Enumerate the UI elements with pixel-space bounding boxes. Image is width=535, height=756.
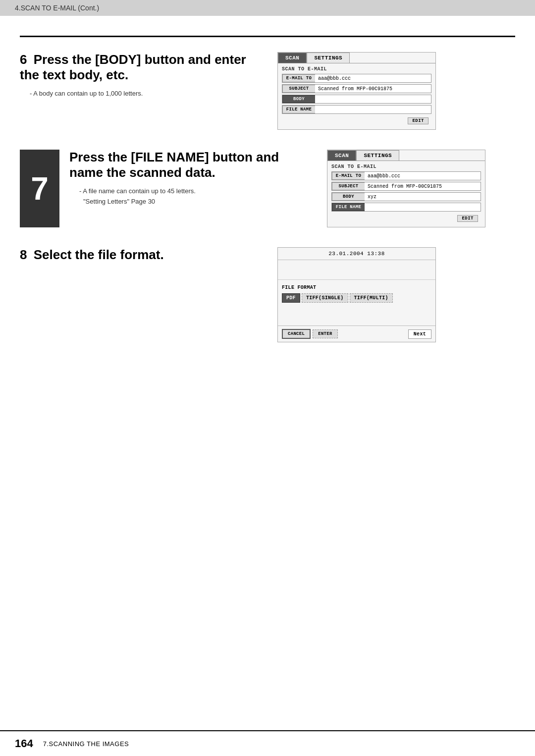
step7-bullet1: A file name can contain up to 45 letters… (79, 186, 307, 197)
step6-val-email: aaa@bbb.ccc (315, 74, 431, 82)
step8-cancel-button[interactable]: CANCEL (282, 329, 311, 339)
step6-edit-button[interactable]: EDIT (408, 117, 428, 124)
step7-key-email: E-MAIL TO (332, 172, 365, 180)
step7-edit-button[interactable]: EDIT (457, 215, 478, 222)
step7-screen-tabs: SCAN SETTINGS (327, 150, 485, 161)
step6-row-email: E-MAIL TO aaa@bbb.ccc (282, 74, 431, 83)
step8-heading-text: Select the file format. (34, 247, 164, 262)
step6-val-filename (315, 106, 431, 113)
step6-tab-settings[interactable]: SETTINGS (307, 53, 350, 63)
step8-bottom-buttons: CANCEL ENTER Next (278, 325, 435, 342)
step7-key-filename[interactable]: FILE NAME (332, 203, 365, 211)
step7-bullet2: "Setting Letters" Page 30 (83, 197, 307, 207)
format-btn-pdf[interactable]: PDF (282, 293, 300, 303)
step7-row-filename: FILE NAME (331, 203, 481, 212)
footer: 164 7.SCANNING THE IMAGES (0, 730, 535, 756)
step8-spacer (278, 316, 435, 325)
step8-format-section: FILE FORMAT PDF TIFF(SINGLE) TIFF(MULTI) (278, 280, 435, 316)
step7-val-subject: Scanned from MFP-00C91875 (365, 182, 481, 190)
step6-heading-text: Press the [BODY] button and enter the te… (20, 52, 246, 82)
step8-heading: 8 Select the file format. (20, 247, 258, 263)
step8-format-label: FILE FORMAT (282, 285, 431, 290)
step6-val-subject: Scanned from MFP-00C91875 (315, 85, 431, 93)
footer-page-number: 164 (15, 737, 33, 750)
step7-row-subject: SUBJECT Scanned from MFP-00C91875 (331, 182, 481, 191)
step8-next-button[interactable]: Next (408, 329, 431, 339)
step7-left: Press the [FILE NAME] button and name th… (69, 150, 307, 207)
step6-tab-scan[interactable]: SCAN (278, 53, 307, 63)
step6-screen: SCAN SETTINGS SCAN TO E-MAIL E-MAIL TO a… (277, 52, 436, 130)
step7-block: 7 Press the [FILE NAME] button and name … (20, 150, 515, 227)
step7-heading-text: Press the [FILE NAME] button and name th… (69, 150, 279, 180)
step6-screen-body: SCAN TO E-MAIL E-MAIL TO aaa@bbb.ccc SUB… (278, 63, 435, 129)
step6-key-body[interactable]: BODY (282, 95, 315, 103)
step6-bullet: A body can contain up to 1,000 letters. (30, 89, 258, 99)
step6-row-body: BODY (282, 95, 431, 104)
step7-val-body: xyz (365, 193, 481, 201)
top-bar-title: 4.SCAN TO E-MAIL (Cont.) (15, 4, 99, 12)
section-divider-top (20, 36, 515, 37)
step6-number: 6 (20, 52, 27, 67)
step7-val-email: aaa@bbb.ccc (365, 172, 481, 180)
step7-heading: Press the [FILE NAME] button and name th… (69, 150, 307, 180)
step7-tab-settings[interactable]: SETTINGS (356, 150, 399, 161)
step8-number: 8 (20, 247, 27, 262)
step7-screen-body: SCAN TO E-MAIL E-MAIL TO aaa@bbb.ccc SUB… (327, 161, 485, 227)
step7-content: Press the [FILE NAME] button and name th… (59, 150, 515, 227)
step6-left: 6 Press the [BODY] button and enter the … (20, 52, 258, 99)
top-bar: 4.SCAN TO E-MAIL (Cont.) (0, 0, 535, 16)
step7-row-email: E-MAIL TO aaa@bbb.ccc (331, 171, 481, 180)
step8-left: 8 Select the file format. (20, 247, 258, 269)
step6-edit-area: EDIT (282, 115, 431, 126)
step6-screen-label: SCAN TO E-MAIL (282, 66, 431, 72)
step7-tab-scan[interactable]: SCAN (327, 150, 356, 161)
step7-screen: SCAN SETTINGS SCAN TO E-MAIL E-MAIL TO a… (327, 150, 485, 227)
format-btn-tiff-multi[interactable]: TIFF(MULTI) (350, 293, 393, 303)
format-btn-tiff-single[interactable]: TIFF(SINGLE) (302, 293, 348, 303)
main-content: 6 Press the [BODY] button and enter the … (0, 16, 535, 382)
footer-section-label: 7.SCANNING THE IMAGES (43, 740, 129, 748)
step6-key-filename: FILE NAME (282, 106, 315, 113)
step7-screen-label: SCAN TO E-MAIL (331, 164, 481, 169)
step7-big-number: 7 (20, 150, 59, 227)
step7-val-filename (365, 203, 481, 211)
step8-enter-button[interactable]: ENTER (313, 329, 338, 338)
step6-section: 6 Press the [BODY] button and enter the … (20, 52, 515, 130)
step8-datetime: 23.01.2004 13:38 (278, 248, 435, 260)
step6-row-filename: FILE NAME (282, 105, 431, 114)
step8-format-buttons: PDF TIFF(SINGLE) TIFF(MULTI) (282, 293, 431, 303)
step6-key-email: E-MAIL TO (282, 74, 315, 82)
step8-section: 8 Select the file format. 23.01.2004 13:… (20, 247, 515, 342)
step6-heading: 6 Press the [BODY] button and enter the … (20, 52, 258, 83)
step7-row-body: BODY xyz (331, 192, 481, 201)
step7-key-body: BODY (332, 193, 365, 201)
step6-val-body (315, 95, 431, 103)
step7-edit-area: EDIT (331, 213, 481, 224)
step6-row-subject: SUBJECT Scanned from MFP-00C91875 (282, 84, 431, 93)
step8-screen-top-space (278, 260, 435, 280)
step7-key-subject: SUBJECT (332, 182, 365, 190)
step8-screen: 23.01.2004 13:38 FILE FORMAT PDF TIFF(SI… (277, 247, 436, 342)
step6-key-subject: SUBJECT (282, 85, 315, 93)
step6-screen-tabs: SCAN SETTINGS (278, 53, 435, 63)
